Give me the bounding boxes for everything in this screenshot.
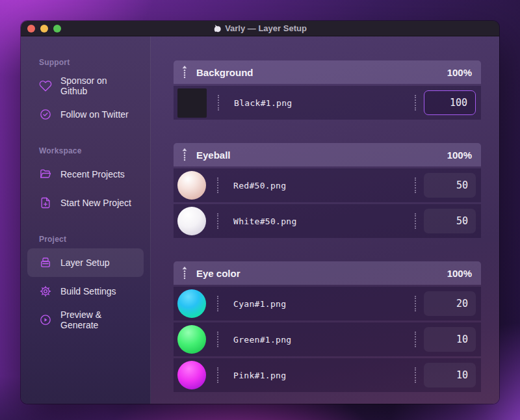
layer-weight-input[interactable]: 20 [424,291,476,316]
sidebar-item-build-settings[interactable]: Build Settings [27,277,144,306]
layer-groups: Background 100% Black#1.png 100 Eyeball [174,60,481,392]
titlebar: Varly — Layer Setup [21,21,499,36]
gear-icon [39,285,52,298]
sidebar-item-follow-on-twitter[interactable]: Follow on Twitter [27,100,144,129]
layer-group: Eyeball 100% Red#50.png 50 White#50.png … [174,143,481,238]
layer-file-name: Cyan#1.png [233,299,286,309]
layer-group: Eye color 100% Cyan#1.png 20 Green#1.png… [174,261,481,392]
sidebar-item-label: Preview & Generate [60,309,132,330]
divider-dashed [217,177,218,193]
layer-file-name: Red#50.png [233,181,286,190]
cyan-ball-thumbnail [177,289,206,318]
play-circle-icon [39,313,52,326]
layer-file-name: Green#1.png [233,335,291,345]
sidebar-item-label: Build Settings [60,286,116,296]
divider-dashed [415,332,416,347]
layer-file-name: Pink#1.png [233,371,286,380]
layers-box-icon [39,256,52,269]
sidebar-item-label: Start New Project [60,198,131,208]
black-swatch-thumbnail [177,88,207,118]
layer-group-header: Eyeball 100% [174,143,481,166]
sidebar-section-items: Sponsor on Github Follow on Twitter [21,72,150,129]
layer-group-weight: 100% [447,150,472,161]
sidebar-item-layer-setup[interactable]: Layer Setup [27,248,144,277]
red-ball-thumbnail [177,171,206,200]
sidebar-item-recent-projects[interactable]: Recent Projects [27,160,144,189]
layer-group-rows: Cyan#1.png 20 Green#1.png 10 Pink#1.png … [174,287,481,392]
drag-handle-icon[interactable] [181,65,188,79]
window-title: Varly — Layer Setup [21,23,499,33]
layer-row[interactable]: Red#50.png 50 [174,168,481,202]
divider-dashed [218,95,219,111]
divider-dashed [415,296,416,311]
green-ball-thumbnail [177,325,206,354]
sidebar-item-sponsor-on-github[interactable]: Sponsor on Github [27,72,144,100]
sidebar-item-label: Recent Projects [60,169,125,179]
layer-group-weight: 100% [447,67,472,78]
sidebar-nav: Support Sponsor on Github Follow on Twit… [21,56,150,334]
layer-weight-input[interactable]: 10 [424,363,476,387]
layer-row[interactable]: Pink#1.png 10 [174,358,481,392]
layer-weight-input[interactable]: 50 [424,209,476,233]
file-plus-icon [39,196,52,209]
divider-dashed [415,95,416,111]
divider-dashed [415,177,416,193]
sidebar-item-start-new-project[interactable]: Start New Project [27,189,144,217]
divider-dashed [217,296,218,311]
layer-row[interactable]: White#50.png 50 [174,204,481,238]
divider-dashed [415,213,416,229]
layer-row[interactable]: Cyan#1.png 20 [174,287,481,321]
sidebar-item-label: Sponsor on Github [60,75,132,96]
layer-weight-input[interactable]: 10 [424,327,476,352]
divider-dashed [415,367,416,383]
check-badge-icon [39,108,52,121]
divider-dashed [217,332,218,347]
unicorn-icon [213,24,222,33]
drag-handle-icon[interactable] [181,266,188,280]
sidebar-item-label: Layer Setup [60,257,110,268]
sidebar-section: Workspace Recent Projects Start New Proj… [21,144,150,217]
drag-handle-icon[interactable] [181,148,188,162]
layer-weight-input[interactable]: 50 [424,173,476,198]
layer-group-rows: Red#50.png 50 White#50.png 50 [174,168,481,238]
window-title-text: Varly — Layer Setup [225,23,307,33]
layer-group-title: Background [196,67,254,78]
pink-ball-thumbnail [177,361,206,389]
sidebar-section-label: Support [21,56,150,69]
layer-file-name: White#50.png [233,217,297,226]
sidebar-item-preview-generate[interactable]: Preview & Generate [27,306,144,334]
layer-group-header: Eye color 100% [174,261,481,285]
layer-row[interactable]: Green#1.png 10 [174,322,481,356]
sidebar-section-items: Recent Projects Start New Project [21,160,150,217]
divider-dashed [217,367,218,383]
sidebar-section-items: Layer Setup Build Settings Preview & Gen… [21,248,150,334]
layer-group-title: Eyeball [196,150,231,161]
sidebar-item-label: Follow on Twitter [60,109,129,120]
layer-file-name: Black#1.png [234,98,292,108]
sidebar-section-label: Workspace [21,144,150,157]
white-ball-thumbnail [177,207,206,235]
layer-weight-input[interactable]: 100 [424,90,476,115]
heart-icon [39,79,52,92]
layer-row[interactable]: Black#1.png 100 [174,86,481,120]
folder-icon [39,168,52,181]
layer-group-rows: Black#1.png 100 [174,86,481,120]
app-window: Varly — Layer Setup Support Sponsor on G… [21,21,499,404]
layer-group: Background 100% Black#1.png 100 [174,60,481,120]
layer-group-title: Eye color [196,268,240,279]
sidebar-section: Support Sponsor on Github Follow on Twit… [21,56,150,129]
layer-group-header: Background 100% [174,60,481,84]
layer-group-weight: 100% [447,268,472,279]
layer-setup-panel: Background 100% Black#1.png 100 Eyeball [151,36,499,404]
sidebar-section: Project Layer Setup Build Settings Previ… [21,233,150,334]
sidebar-section-label: Project [21,233,150,246]
divider-dashed [217,213,218,229]
sidebar: Support Sponsor on Github Follow on Twit… [21,36,151,404]
